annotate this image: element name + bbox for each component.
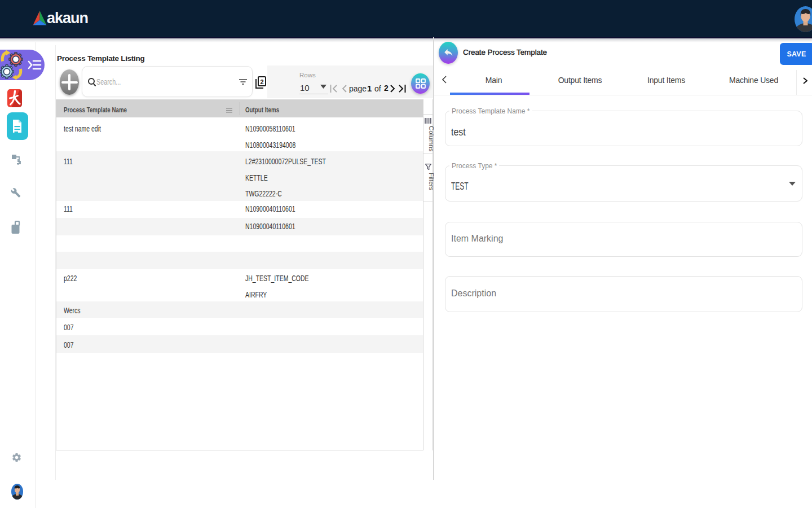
svg-text:2: 2 [260, 78, 263, 85]
